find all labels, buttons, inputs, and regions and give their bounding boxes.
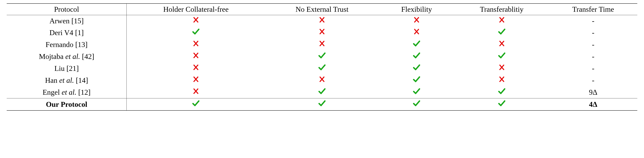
check-icon [498, 52, 506, 59]
cross-icon [498, 76, 505, 83]
cell-hcf [126, 74, 265, 86]
cell-hcf [126, 39, 265, 51]
col-header-transferability: Transferablitiy [454, 4, 549, 15]
cross-icon [319, 16, 325, 24]
protocol-name: Han et al. [14] [7, 74, 126, 86]
cross-icon [192, 40, 199, 47]
check-icon [318, 52, 326, 59]
protocol-comparison-table: Protocol Holder Collateral-free No Exter… [7, 3, 637, 111]
check-icon [413, 99, 420, 107]
cell-hcf [126, 15, 265, 27]
cell-transfer-time: - [549, 74, 637, 86]
check-icon [318, 99, 326, 107]
cross-icon [192, 87, 199, 95]
cell-hcf [126, 62, 265, 74]
protocol-name: Our Protocol [7, 98, 126, 111]
cell-trans [454, 98, 549, 111]
cross-icon [413, 28, 420, 35]
table-row: Deri V4 [1]- [7, 27, 637, 39]
check-icon [413, 40, 420, 47]
cell-flex [379, 62, 454, 74]
cell-trans [454, 51, 549, 62]
cell-net [265, 39, 379, 51]
table-row: Engel et al. [12]9Δ [7, 86, 637, 98]
cell-hcf [126, 98, 265, 111]
protocol-name: Arwen [15] [7, 15, 126, 27]
cell-transfer-time: - [549, 15, 637, 27]
table-row: Mojtaba et al. [42]- [7, 51, 637, 62]
check-icon [192, 99, 200, 107]
cell-net [265, 27, 379, 39]
cell-flex [379, 98, 454, 111]
check-icon [192, 28, 200, 35]
cell-trans [454, 39, 549, 51]
check-icon [413, 63, 420, 71]
cell-hcf [126, 86, 265, 98]
col-header-holder-collateral-free: Holder Collateral-free [126, 4, 265, 15]
cell-flex [379, 86, 454, 98]
cell-transfer-time: 9Δ [549, 86, 637, 98]
table-row-our-protocol: Our Protocol4Δ [7, 98, 637, 111]
col-header-no-external-trust: No External Trust [265, 4, 379, 15]
protocol-name: Engel et al. [12] [7, 86, 126, 98]
cell-net [265, 98, 379, 111]
cell-flex [379, 74, 454, 86]
col-header-transfer-time: Transfer Time [549, 4, 637, 15]
cross-icon [192, 52, 199, 59]
cell-net [265, 15, 379, 27]
cross-icon [498, 40, 505, 47]
cell-trans [454, 74, 549, 86]
protocol-name: Liu [21] [7, 62, 126, 74]
cell-flex [379, 15, 454, 27]
cross-icon [319, 76, 325, 83]
cross-icon [498, 64, 505, 71]
table-body: Arwen [15]-Deri V4 [1]-Fernando [13]-Moj… [7, 15, 637, 111]
cross-icon [192, 76, 199, 83]
table-header-row: Protocol Holder Collateral-free No Exter… [7, 4, 637, 15]
protocol-name: Mojtaba et al. [42] [7, 51, 126, 62]
check-icon [318, 63, 326, 71]
cell-trans [454, 15, 549, 27]
cell-net [265, 74, 379, 86]
cell-transfer-time: - [549, 62, 637, 74]
cell-transfer-time: - [549, 27, 637, 39]
check-icon [413, 75, 420, 83]
table-row: Arwen [15]- [7, 15, 637, 27]
cell-flex [379, 27, 454, 39]
col-header-flexibility: Flexibility [379, 4, 454, 15]
table-row: Fernando [13]- [7, 39, 637, 51]
table-row: Han et al. [14]- [7, 74, 637, 86]
table-row: Liu [21]- [7, 62, 637, 74]
cell-transfer-time: - [549, 39, 637, 51]
cross-icon [498, 16, 505, 24]
check-icon [498, 87, 506, 95]
check-icon [413, 87, 420, 95]
cell-net [265, 86, 379, 98]
cell-hcf [126, 51, 265, 62]
cross-icon [413, 16, 420, 24]
cell-transfer-time: 4Δ [549, 98, 637, 111]
check-icon [318, 87, 326, 95]
cell-hcf [126, 27, 265, 39]
check-icon [498, 28, 506, 35]
protocol-name: Deri V4 [1] [7, 27, 126, 39]
col-header-protocol: Protocol [7, 4, 126, 15]
cell-net [265, 51, 379, 62]
protocol-name: Fernando [13] [7, 39, 126, 51]
cell-trans [454, 86, 549, 98]
cross-icon [319, 40, 325, 47]
cell-trans [454, 62, 549, 74]
cross-icon [192, 64, 199, 71]
check-icon [498, 99, 506, 107]
cross-icon [192, 16, 199, 24]
check-icon [413, 52, 420, 59]
cell-net [265, 62, 379, 74]
cell-flex [379, 51, 454, 62]
cell-transfer-time: - [549, 51, 637, 62]
cross-icon [319, 28, 325, 35]
cell-flex [379, 39, 454, 51]
cell-trans [454, 27, 549, 39]
